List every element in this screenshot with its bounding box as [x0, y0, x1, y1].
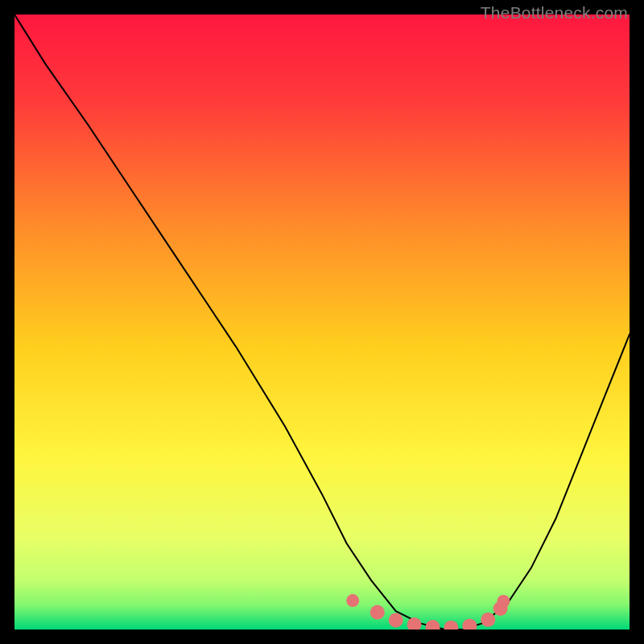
- highlight-dot: [481, 613, 495, 627]
- highlight-dot: [346, 594, 359, 607]
- highlight-dot: [389, 613, 403, 628]
- chart-frame: TheBottleneck.com: [0, 0, 644, 644]
- highlight-dot: [497, 595, 510, 608]
- chart-svg: [14, 14, 630, 630]
- highlight-dot: [370, 605, 385, 620]
- gradient-background: [14, 14, 630, 630]
- chart-plot-area: [14, 14, 630, 630]
- watermark-text: TheBottleneck.com: [481, 3, 628, 23]
